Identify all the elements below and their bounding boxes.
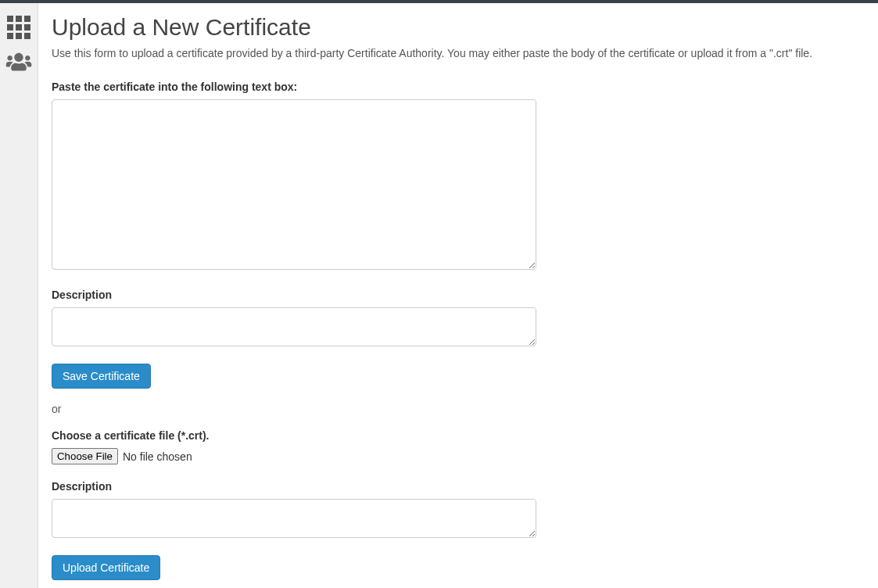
main-content: Upload a New Certificate Use this form t… xyxy=(38,3,878,588)
sidebar xyxy=(0,3,38,588)
page-description: Use this form to upload a certificate pr… xyxy=(52,45,859,62)
grid-icon xyxy=(7,16,30,39)
save-certificate-button[interactable]: Save Certificate xyxy=(52,364,151,389)
paste-description-label: Description xyxy=(52,289,536,301)
users-icon xyxy=(5,52,32,72)
choose-file-button[interactable]: Choose File xyxy=(52,448,118,464)
upload-certificate-button[interactable]: Upload Certificate xyxy=(52,555,160,580)
choose-file-label: Choose a certificate file (*.crt). xyxy=(52,429,536,442)
page-title: Upload a New Certificate xyxy=(52,14,859,41)
apps-menu-button[interactable] xyxy=(7,16,30,39)
file-chosen-status: No file chosen xyxy=(123,450,192,463)
or-separator: or xyxy=(52,403,536,415)
upload-description-textarea[interactable] xyxy=(52,499,536,538)
users-menu-button[interactable] xyxy=(5,52,32,75)
certificate-textarea-label: Paste the certificate into the following… xyxy=(52,81,536,93)
upload-description-label: Description xyxy=(52,480,536,493)
paste-description-textarea[interactable] xyxy=(52,307,536,346)
certificate-textarea[interactable] xyxy=(52,99,536,270)
